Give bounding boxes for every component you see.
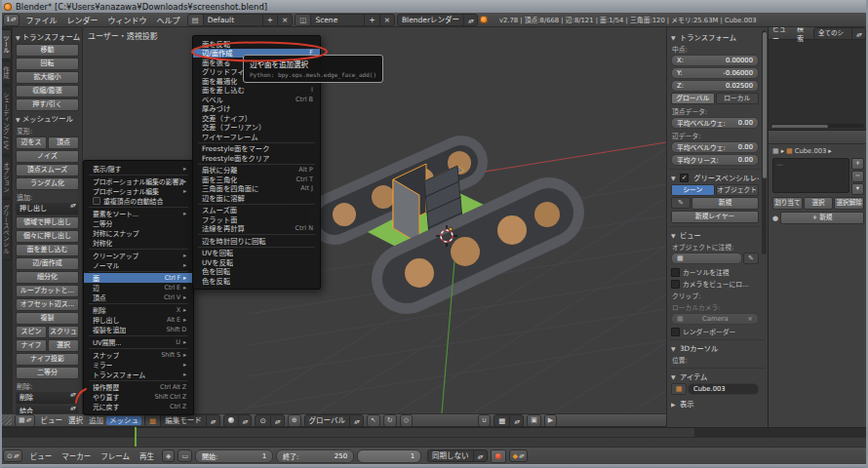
- face-menu-item[interactable]: 扇状に分離Alt P: [193, 166, 320, 176]
- add-scene-button[interactable]: +: [365, 15, 379, 25]
- add-screen-button[interactable]: +: [263, 15, 278, 25]
- mesh-menu-item[interactable]: トランスフォーム▸: [84, 370, 193, 379]
- shelf-tab-0[interactable]: ツール: [0, 29, 12, 59]
- face-menu-item[interactable]: 交差（ナイフ）: [193, 113, 320, 123]
- tool-button[interactable]: スクリュ: [48, 326, 79, 338]
- mesh-menu-item[interactable]: 押し出しAlt E▸: [84, 315, 193, 325]
- render-engine-select[interactable]: Blenderレンダー ▲▼: [397, 14, 478, 26]
- new-material-button[interactable]: + 新規: [780, 212, 864, 224]
- auto-keyframe-button[interactable]: [491, 449, 506, 463]
- view3d-menu-1[interactable]: 選択: [65, 416, 86, 425]
- face-menu-item[interactable]: 辺を面に溶解: [193, 193, 320, 203]
- select-button[interactable]: 選択: [804, 197, 834, 210]
- mesh-menu-item[interactable]: やり直すShift Ctrl Z: [84, 392, 193, 402]
- timeline-menu-1[interactable]: マーカー: [57, 452, 96, 461]
- assign-button[interactable]: 割り当て: [772, 197, 803, 210]
- number-field[interactable]: 平均クリース:0.00: [671, 154, 759, 166]
- snap-toggle[interactable]: ∪: [478, 414, 491, 427]
- tool-button[interactable]: 回転: [16, 58, 79, 70]
- tool-button[interactable]: 押す/引く: [16, 98, 79, 111]
- face-menu-item[interactable]: 面を差し込むI: [193, 86, 320, 96]
- manip-scale-button[interactable]: ◇: [400, 414, 413, 427]
- local-camera-field[interactable]: ▦Camera×: [671, 313, 759, 325]
- frame-end-field[interactable]: 終了:250: [276, 449, 354, 463]
- info-menu-1[interactable]: レンダー: [62, 17, 103, 25]
- opengl-render-button[interactable]: ▣: [527, 414, 541, 427]
- gp-new-button[interactable]: 新規: [691, 197, 759, 210]
- outliner-menu-search[interactable]: 検索: [795, 27, 810, 43]
- space-global-button[interactable]: グローバル: [671, 93, 715, 104]
- mesh-menu-item[interactable]: 頂点Ctrl V▸: [84, 292, 193, 302]
- face-menu-item[interactable]: 色を反転: [193, 276, 320, 286]
- tool-button[interactable]: 削除▲▼: [16, 392, 79, 405]
- breadcrumb-object-name[interactable]: Cube.003: [795, 147, 827, 155]
- tool-button[interactable]: 辺/面作成: [16, 257, 79, 270]
- editor-type-button[interactable]: ▦ ▲▼: [15, 414, 35, 427]
- face-menu-item[interactable]: 面を反転: [193, 39, 320, 49]
- view3d-menu-2[interactable]: 追加: [86, 416, 106, 425]
- shading-select[interactable]: ▲▼: [223, 414, 253, 427]
- keying-set-button[interactable]: ◆▲▼: [509, 449, 528, 462]
- face-menu-item[interactable]: UVを反転: [193, 257, 320, 267]
- delete-scene-button[interactable]: ×: [380, 15, 394, 25]
- tool-button[interactable]: 複製: [16, 312, 79, 325]
- item-name-field[interactable]: Cube.003: [688, 383, 759, 395]
- face-menu-item[interactable]: Freestyle面をマーク: [193, 144, 320, 154]
- clear-icon[interactable]: ×: [747, 315, 753, 323]
- mesh-menu-item[interactable]: 操作履歴Ctrl Alt Z: [84, 382, 193, 392]
- gp-object-button[interactable]: オブジェクト: [716, 184, 760, 196]
- panel-header-grease-pencil[interactable]: ▼ グリースペンシルレイ: [671, 173, 759, 182]
- tool-button[interactable]: 頂点: [48, 136, 79, 149]
- tool-button[interactable]: 面を差し込む: [16, 244, 79, 256]
- number-field[interactable]: 平均ベベルウェ:0.00: [671, 141, 759, 153]
- face-menu-item[interactable]: ワイヤーフレーム: [193, 132, 320, 141]
- panel-header-view[interactable]: ▼ ビュー: [671, 230, 759, 240]
- mesh-menu-item[interactable]: 重複頂点の自動結合: [84, 196, 193, 206]
- tool-button[interactable]: スピン: [16, 326, 47, 338]
- preview-range-toggle[interactable]: ◈: [162, 449, 175, 462]
- opengl-render-anim-button[interactable]: ▶: [544, 414, 557, 427]
- number-field[interactable]: X:0.00000: [671, 55, 759, 66]
- mesh-menu-item[interactable]: 表示/隠す▸: [84, 164, 193, 174]
- orientation-label[interactable]: グローバル: [305, 415, 350, 426]
- panel-header-transform[interactable]: ▼トランスフォーム: [16, 31, 79, 42]
- npanel-scrollbar[interactable]: [762, 30, 767, 254]
- mesh-menu-item[interactable]: 対称にスナップ: [84, 228, 193, 238]
- gp-new-layer-button[interactable]: 新規レイヤー: [671, 211, 759, 223]
- outliner-scrollbar[interactable]: [770, 124, 864, 128]
- grease-pencil-checkbox[interactable]: [680, 174, 689, 182]
- outliner-filter-select[interactable]: 全てのシーン ▲▼: [813, 27, 866, 40]
- tool-button[interactable]: 領域で押し出し: [16, 216, 79, 229]
- panel-header-transform[interactable]: ▼ トランスフォーム: [671, 32, 759, 42]
- tool-button[interactable]: ランダム化: [16, 177, 79, 190]
- tool-button[interactable]: 二等分: [16, 367, 79, 379]
- manipulator-toggle[interactable]: ⊕: [288, 414, 301, 427]
- mesh-menu-item[interactable]: 辺Ctrl E▸: [84, 283, 193, 292]
- face-menu-item[interactable]: 三角面を四角面にAlt J: [193, 184, 320, 194]
- mesh-menu-item[interactable]: ノーマル▸: [84, 260, 193, 270]
- timeline-menu-0[interactable]: ビュー: [25, 452, 58, 461]
- engine-name[interactable]: Blenderレンダー: [398, 15, 464, 25]
- lock-camera-check[interactable]: カメラをビューにロ...: [671, 279, 759, 289]
- corner-grip[interactable]: [2, 415, 12, 425]
- shelf-tab-1[interactable]: 作成: [0, 60, 12, 85]
- pivot-select[interactable]: ⊙ ▲▼: [255, 414, 284, 427]
- remove-slot-button[interactable]: −: [851, 171, 864, 182]
- screen-selector[interactable]: ▤ Default + ×: [187, 14, 294, 26]
- tool-button[interactable]: ループカットと...: [16, 285, 79, 297]
- add-slot-button[interactable]: +: [851, 158, 864, 170]
- face-menu-item[interactable]: 法線を再計算Ctrl N: [193, 224, 320, 234]
- editor-type-button[interactable]: ⊙ ▲▼: [3, 449, 22, 462]
- sync-mode-select[interactable]: 同期しない ▲▼: [427, 449, 487, 462]
- face-menu-item[interactable]: 色を回転: [193, 267, 320, 277]
- sync-label[interactable]: 同期しない: [428, 450, 474, 461]
- mesh-menu-item[interactable]: 元に戻すCtrl Z: [84, 402, 193, 411]
- delete-screen-button[interactable]: ×: [278, 15, 292, 25]
- outliner-menu-view[interactable]: ビュー: [770, 27, 792, 43]
- keying-filter-button[interactable]: ▭: [178, 449, 192, 462]
- tool-button[interactable]: ナイフ: [16, 339, 47, 352]
- tool-button[interactable]: 収縮/膨張: [16, 85, 79, 98]
- tool-button[interactable]: ナイフ投影: [16, 353, 79, 366]
- face-menu-item[interactable]: ベベルCtrl B: [193, 95, 320, 104]
- face-menu-item[interactable]: 辺を時計回りに回転: [193, 236, 320, 246]
